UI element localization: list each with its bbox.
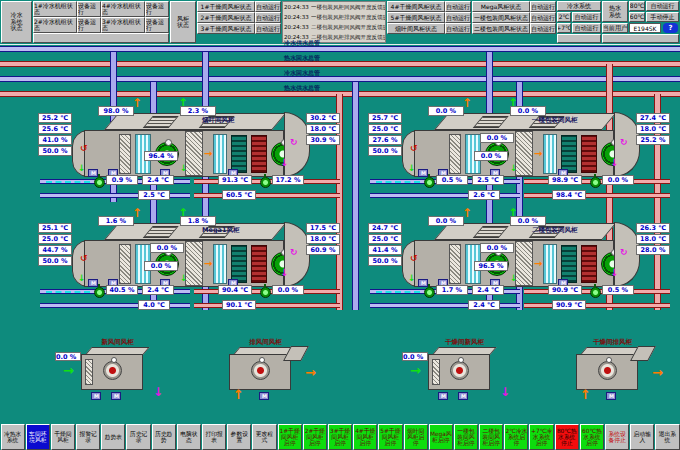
toolbar-button[interactable]: 一楼包装间风柜启停	[454, 424, 478, 450]
toolbar-button[interactable]: 参数设置	[227, 424, 251, 450]
toolbar-button[interactable]: 更改程式	[252, 424, 276, 450]
toolbar-button[interactable]: 80℃热水系统停止	[555, 424, 579, 450]
mixing-section-icon	[185, 241, 203, 286]
chilled-water-return-temp: 2.6 ℃	[468, 190, 500, 200]
fan-status-value[interactable]: 自动运行	[255, 1, 281, 12]
chiller-name-button[interactable]: 2#冷水机组状态	[33, 17, 77, 33]
toolbar-button[interactable]: 干燥间风柜	[51, 424, 75, 450]
help-icon[interactable]: ?	[663, 23, 678, 33]
fan-name-button[interactable]: 3#干燥间风柜状态	[197, 23, 255, 34]
toolbar-button[interactable]: 60℃热水系统启停	[580, 424, 604, 450]
return-damper-value: 0.0 %	[474, 151, 508, 161]
return-air-humidity-value: 41.0 %	[38, 135, 72, 145]
filter-section-icon	[449, 134, 461, 174]
toolbar-button[interactable]: 退出系统	[655, 424, 679, 450]
fan-name-button[interactable]: 一楼包装间风柜状态	[472, 12, 530, 23]
toolbar-button[interactable]: 系统设备停止	[605, 424, 629, 450]
chiller-status-item: 3#冷水机组状态 设备运行	[101, 17, 169, 33]
chilled-water-return-temp: 4.0 ℃	[138, 300, 170, 310]
fan-status-value[interactable]: 自动运行	[530, 1, 556, 12]
fan-name-button[interactable]: 二楼包装间风柜状态	[472, 23, 530, 34]
pipe-cold-riser	[352, 82, 359, 310]
damper-motor-icon	[418, 169, 428, 177]
fan-status-value[interactable]: 自动运行	[255, 12, 281, 23]
drain-down-arrow-icon: ↓	[180, 274, 188, 283]
toolbar-button[interactable]: 历史记录	[126, 424, 150, 450]
toolbar-button-label: Mega风柜启停	[430, 431, 452, 443]
chiller-status-value[interactable]: 设备运行	[145, 1, 169, 17]
return-air-temp-setpoint: 25.6 ℃	[38, 124, 72, 134]
fan-status-column-b: 4#干燥间风柜状态 自动运行 5#干燥间风柜状态 自动运行 烟叶间风柜状态 自动…	[387, 1, 471, 34]
heat-recovery-coil-icon	[561, 135, 577, 173]
chiller-name-button[interactable]: 3#冷水机组状态	[101, 17, 145, 33]
fan-name-button[interactable]: Mega风柜状态	[472, 1, 530, 12]
fan-status-value[interactable]: 自动运行	[445, 23, 471, 34]
cold-system-status-2[interactable]: 自动运行	[572, 23, 601, 33]
pipe-hot-water-return	[524, 193, 670, 198]
return-air-swirl-icon: ↺	[410, 144, 418, 153]
toolbar-button[interactable]: 车间环境风柜	[26, 424, 50, 450]
damper-motor-icon	[606, 392, 616, 400]
return-air-humidity-value: 44.7 %	[38, 245, 72, 255]
toolbar-button-label: 更改程式	[253, 431, 275, 443]
fan-name-button[interactable]: 5#干燥间风柜状态	[387, 12, 445, 23]
cooling-coil-icon	[213, 244, 227, 284]
fan-status-value[interactable]: 自动运行	[530, 12, 556, 23]
toolbar-button[interactable]: 2℃冷水系统启停	[504, 424, 528, 450]
supply-air-temp-value: 30.2 ℃	[306, 113, 340, 123]
toolbar-button[interactable]: 烟叶间风柜启停	[404, 424, 428, 450]
small-unit-name-label: 干燥间排风柜	[550, 338, 675, 347]
toolbar-button[interactable]: 启动输入	[630, 424, 654, 450]
current-user-value[interactable]: E194SK	[629, 23, 661, 33]
chiller-status-value[interactable]: 设备运行	[77, 1, 101, 17]
fan-name-button[interactable]: 4#干燥间风柜状态	[387, 1, 445, 12]
toolbar-button-label: 一楼包装间风柜启停	[455, 428, 477, 446]
return-damper-value: 0.0 %	[144, 261, 178, 271]
airflow-right-arrow-icon: →	[204, 259, 212, 269]
chiller-name-button[interactable]: 4#冷水机组状态	[101, 1, 145, 17]
fan-status-value[interactable]: 自动运行	[445, 1, 471, 12]
hot-system-title: 热水 系统	[602, 1, 628, 22]
toolbar-button[interactable]: 2#干燥间风柜启停	[303, 424, 327, 450]
fan-status-value[interactable]: 自动运行	[445, 12, 471, 23]
toolbar-button[interactable]: 趋势表	[101, 424, 125, 450]
toolbar-button[interactable]: 电脑状态	[177, 424, 201, 450]
fan-name-button[interactable]: 烟叶间风柜状态	[387, 23, 445, 34]
mixing-section-icon	[515, 131, 533, 176]
fan-name-button[interactable]: 2#干燥间风柜状态	[197, 12, 255, 23]
toolbar-button[interactable]: 冷热水系统	[1, 424, 25, 450]
toolbar-button[interactable]: 报警记录	[76, 424, 100, 450]
chilled-water-valve-icon	[94, 177, 105, 188]
fan-status-value[interactable]: 自动运行	[530, 23, 556, 34]
drain-down-arrow-icon: ↓	[408, 164, 416, 173]
alarm-row[interactable]: 20:24:33 一楼包装风柜排风阀开度反馈故障	[283, 12, 385, 22]
mixing-damper-value: 0.0 %	[150, 243, 184, 253]
supply-down-arrow-icon: ↓	[153, 386, 163, 398]
toolbar-button[interactable]: 5#干燥间风柜启停	[378, 424, 402, 450]
chiller-name-button[interactable]: 1#冷水机组状态	[33, 1, 77, 17]
toolbar-button[interactable]: +7℃冷水系统启停	[529, 424, 553, 450]
chiller-status-value[interactable]: 设备运行	[145, 17, 169, 33]
alarm-row[interactable]: 20:24:33 二楼包装风柜回风阀开度反馈故障	[283, 22, 385, 32]
pipe-hot-water-return	[194, 303, 340, 308]
flow-indicator-dashes	[376, 181, 420, 183]
fan-status-value[interactable]: 自动运行	[255, 23, 281, 34]
hot-system-status-1[interactable]: 自动运行	[646, 1, 679, 11]
chiller-status-value[interactable]: 设备运行	[77, 17, 101, 33]
toolbar-button[interactable]: 二楼包装间风柜启停	[479, 424, 503, 450]
fan-name-button[interactable]: 1#干燥间风柜状态	[197, 1, 255, 12]
alarm-list[interactable]: 20:24:33 一楼包装风柜回风阀开度反馈故障 20:24:33 一楼包装风柜…	[282, 1, 386, 43]
toolbar-button[interactable]: 1#干燥间风柜启停	[278, 424, 302, 450]
mixing-section-icon	[185, 131, 203, 176]
cold-system-status-1[interactable]: 自动运行	[572, 12, 601, 22]
supply-air-temp-setpoint: 18.0 ℃	[306, 234, 340, 244]
hot-system-status-2[interactable]: 手动停止	[646, 12, 679, 22]
hot-water-return-temp: 98.4 ℃	[552, 190, 586, 200]
toolbar-button[interactable]: 4#干燥间风柜启停	[353, 424, 377, 450]
filter-section-icon	[85, 359, 93, 385]
toolbar-button[interactable]: 3#干燥间风柜启停	[328, 424, 352, 450]
alarm-row[interactable]: 20:24:33 一楼包装风柜回风阀开度反馈故障	[283, 2, 385, 12]
toolbar-button[interactable]: 打印报表	[202, 424, 226, 450]
toolbar-button[interactable]: Mega风柜启停	[429, 424, 453, 450]
toolbar-button[interactable]: 历史趋势	[152, 424, 176, 450]
